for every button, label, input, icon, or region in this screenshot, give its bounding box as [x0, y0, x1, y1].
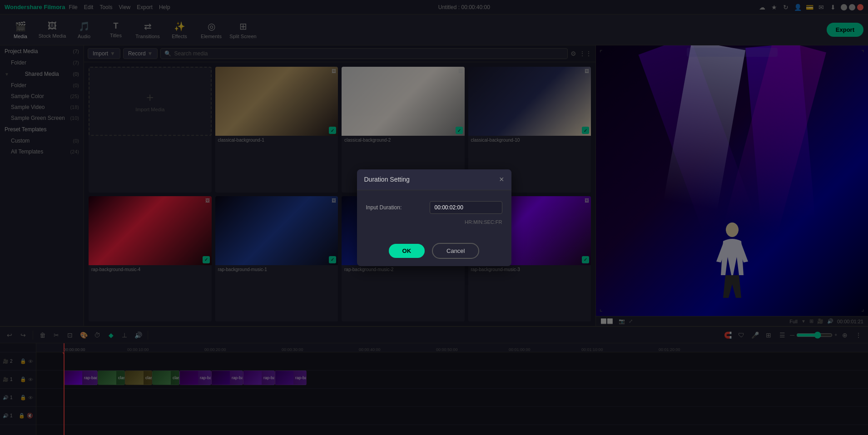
- modal-footer: OK Cancel: [357, 236, 511, 266]
- modal-field-duration: Input Duration:: [366, 201, 502, 214]
- modal-body: Input Duration: HR:MIN:SEC:FR: [357, 190, 511, 236]
- modal-title: Duration Setting: [364, 176, 410, 183]
- modal-overlay: Duration Setting × Input Duration: HR:MI…: [0, 0, 868, 435]
- modal-header: Duration Setting ×: [357, 169, 511, 190]
- modal-close-button[interactable]: ×: [499, 175, 504, 184]
- modal-field-label: Input Duration:: [366, 204, 402, 211]
- modal-format-hint: HR:MIN:SEC:FR: [366, 219, 502, 225]
- duration-setting-modal: Duration Setting × Input Duration: HR:MI…: [357, 169, 511, 266]
- modal-duration-input[interactable]: [430, 201, 502, 214]
- modal-cancel-button[interactable]: Cancel: [432, 243, 479, 259]
- modal-ok-button[interactable]: OK: [389, 244, 425, 258]
